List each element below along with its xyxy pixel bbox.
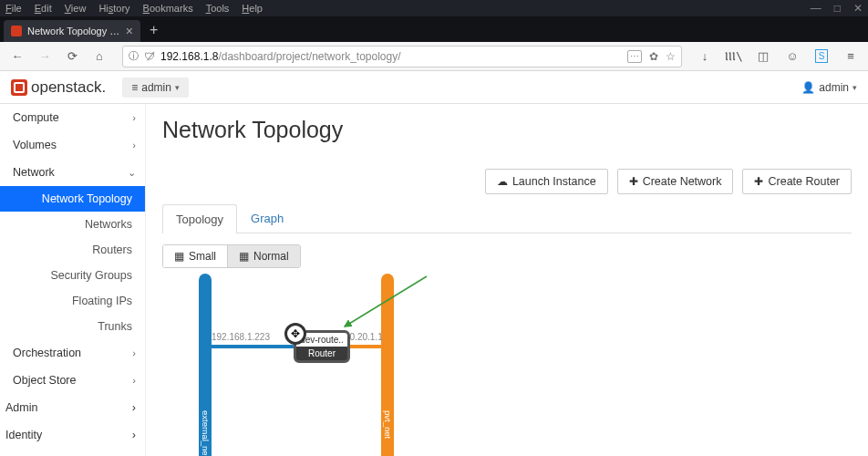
sidebar-item-orchestration[interactable]: Orchestration › (0, 339, 145, 367)
menu-tools[interactable]: Tools (206, 3, 230, 14)
openstack-logo-icon (11, 79, 27, 96)
user-icon: 👤 (801, 81, 815, 94)
sidebar-item-floating-ips[interactable]: Floating IPs (0, 288, 145, 314)
browser-tab[interactable]: Network Topology - OpenStac × (4, 20, 140, 42)
network-external[interactable]: external_network (199, 274, 212, 456)
sidebar: Compute › Volumes › Network ⌄ Network To… (0, 104, 146, 456)
network-private[interactable]: pvt_net (381, 274, 394, 456)
window-minimize-icon[interactable]: — (811, 2, 822, 15)
brand-text: openstack. (31, 78, 106, 97)
star-icon[interactable]: ☆ (666, 50, 676, 63)
sidebar-item-network-topology[interactable]: Network Topology (0, 186, 145, 212)
sidebar-item-networks[interactable]: Networks (0, 212, 145, 237)
view-switch: ▦ Small ▦ Normal (162, 244, 301, 268)
menu-history[interactable]: History (98, 3, 129, 14)
sidebar-group-identity[interactable]: Identity › (0, 421, 145, 449)
network-external-label: external_network (201, 410, 211, 456)
grid-small-icon: ▦ (174, 250, 184, 263)
account-icon[interactable]: ☺ (780, 46, 804, 67)
main-content: Network Topology ☁ Launch Instance ✚ Cre… (146, 104, 868, 456)
ellipsis-icon[interactable]: ⋯ (627, 50, 642, 63)
sidebar-item-security-groups[interactable]: Security Groups (0, 263, 145, 288)
view-small-button[interactable]: ▦ Small (163, 245, 228, 267)
connection-external (212, 345, 303, 348)
app-header: openstack. ≡ admin ▾ 👤 admin ▾ (0, 71, 868, 104)
topology-canvas[interactable]: external_network pvt_net 192.168.1.223 1… (162, 274, 852, 456)
create-router-button[interactable]: ✚ Create Router (742, 169, 852, 194)
page-title: Network Topology (162, 113, 852, 147)
menu-edit[interactable]: Edit (35, 3, 52, 14)
view-normal-button[interactable]: ▦ Normal (228, 245, 300, 267)
sidebar-label: Orchestration (13, 347, 81, 359)
forward-button[interactable]: → (33, 46, 57, 67)
url-bar[interactable]: ⓘ 🛡︎̸ 192.168.1.8/dashboard/project/netw… (122, 46, 682, 67)
library-icon[interactable]: ⲒⲒⲒ\ (722, 46, 746, 67)
user-name: admin (819, 81, 849, 94)
sidebar-item-object-store[interactable]: Object Store › (0, 367, 145, 394)
menu-icon[interactable]: ≡ (839, 46, 863, 67)
menu-help[interactable]: Help (242, 3, 263, 14)
back-button[interactable]: ← (5, 46, 29, 67)
menu-bookmarks[interactable]: Bookmarks (143, 3, 193, 14)
sidebar-item-trunks[interactable]: Trunks (0, 314, 145, 339)
sidebar-group-admin[interactable]: Admin › (0, 394, 145, 421)
sidebar-label: Network (13, 166, 55, 179)
sidebar-icon[interactable]: ◫ (751, 46, 775, 67)
downloads-icon[interactable]: ↓ (693, 46, 717, 67)
window-menubar: File Edit View History Bookmarks Tools H… (0, 0, 868, 16)
sidebar-label: Identity (5, 429, 42, 441)
sidebar-label: Compute (13, 111, 59, 124)
ip-external: 192.168.1.223 (212, 332, 270, 342)
menu-file[interactable]: File (5, 3, 22, 14)
network-private-label: pvt_net (383, 410, 393, 439)
browser-tab-bar: Network Topology - OpenStac × + (0, 16, 868, 42)
plus-icon: ✚ (629, 175, 638, 188)
chevron-right-icon: › (132, 347, 136, 358)
grid-normal-icon: ▦ (239, 250, 249, 263)
sidebar-label: Admin (5, 401, 37, 414)
chevron-right-icon: › (132, 429, 136, 441)
new-tab-button[interactable]: + (140, 18, 167, 42)
project-picker[interactable]: ≡ admin ▾ (122, 78, 189, 98)
home-button[interactable]: ⌂ (88, 46, 111, 67)
sidebar-item-network[interactable]: Network ⌄ (0, 159, 145, 186)
user-menu[interactable]: 👤 admin ▾ (801, 81, 857, 94)
launch-instance-button[interactable]: ☁ Launch Instance (485, 169, 608, 194)
brand-logo[interactable]: openstack. (11, 78, 106, 97)
extension-icon[interactable]: S (810, 46, 833, 67)
chevron-down-icon: ⌄ (128, 167, 136, 179)
chevron-right-icon: › (132, 401, 136, 414)
shield-slash-icon[interactable]: 🛡︎̸ (144, 50, 155, 63)
sidebar-label: Object Store (13, 374, 76, 387)
window-close-icon[interactable]: ✕ (853, 2, 863, 15)
url-path: /dashboard/project/network_topology/ (218, 50, 400, 63)
router-icon[interactable]: ✥ (284, 323, 306, 345)
info-icon[interactable]: ⓘ (129, 49, 139, 63)
tab-graph[interactable]: Graph (237, 203, 297, 233)
ip-private: 10.20.1.1 (345, 332, 383, 342)
chevron-right-icon: › (132, 140, 136, 150)
action-bar: ☁ Launch Instance ✚ Create Network ✚ Cre… (162, 169, 852, 194)
chevron-down-icon: ▾ (175, 83, 180, 92)
list-icon: ≡ (131, 81, 138, 94)
router-type: Router (296, 347, 347, 360)
chevron-right-icon: › (132, 375, 136, 386)
sidebar-item-volumes[interactable]: Volumes › (0, 131, 145, 159)
sidebar-item-compute[interactable]: Compute › (0, 104, 145, 131)
create-network-button[interactable]: ✚ Create Network (617, 169, 734, 194)
window-maximize-icon[interactable]: □ (834, 2, 841, 15)
tab-topology[interactable]: Topology (162, 204, 237, 233)
tab-close-icon[interactable]: × (126, 25, 133, 37)
cloud-upload-icon: ☁ (497, 175, 508, 188)
chevron-down-icon: ▾ (852, 83, 857, 92)
menu-view[interactable]: View (65, 3, 87, 14)
tabs: Topology Graph (162, 203, 852, 233)
reload-button[interactable]: ⟳ (60, 46, 84, 67)
plus-icon: ✚ (754, 175, 763, 188)
chevron-right-icon: › (132, 112, 136, 123)
reader-icon[interactable]: ✿ (649, 50, 658, 63)
tab-favicon-icon (11, 26, 22, 36)
sidebar-item-routers[interactable]: Routers (0, 237, 145, 263)
browser-nav-toolbar: ← → ⟳ ⌂ ⓘ 🛡︎̸ 192.168.1.8/dashboard/proj… (0, 42, 868, 71)
url-host: 192.168.1.8 (160, 50, 218, 63)
